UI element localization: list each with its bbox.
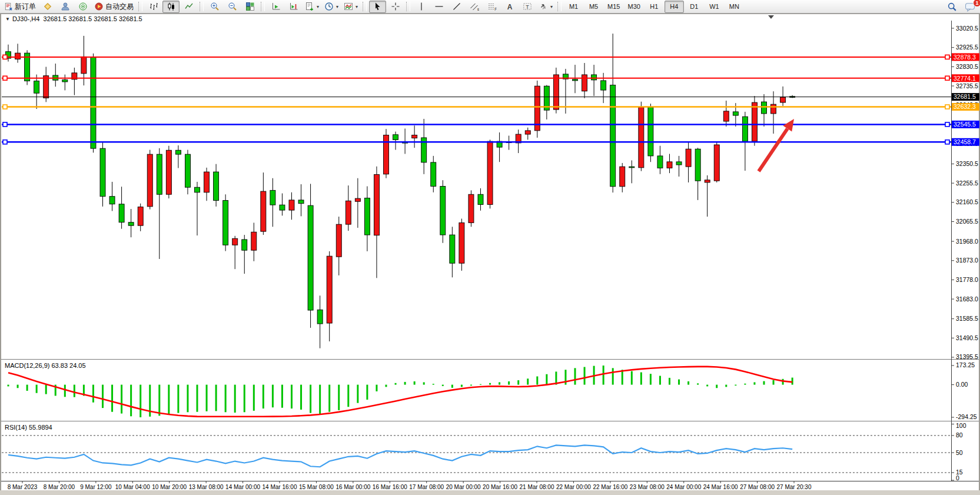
crosshair-icon [391, 2, 400, 11]
svg-text:32065.5: 32065.5 [956, 218, 978, 225]
candle [175, 150, 181, 154]
candle [742, 117, 748, 141]
new-chart-button[interactable] [303, 1, 321, 13]
candle [81, 57, 87, 74]
rsi-value: 55.9894 [29, 424, 52, 431]
timeframe-h1[interactable]: H1 [645, 1, 664, 13]
cursor-button[interactable] [369, 1, 386, 13]
candle [232, 238, 238, 245]
candle [270, 190, 275, 205]
svg-text:10 Mar 04:00: 10 Mar 04:00 [115, 484, 150, 490]
zoom-out-button[interactable] [224, 1, 241, 13]
svg-text:20 Mar 16:00: 20 Mar 16:00 [483, 484, 517, 490]
auto-scroll-button[interactable] [267, 1, 284, 13]
horizontal-line-button[interactable] [430, 1, 447, 13]
svg-text:31585.5: 31585.5 [956, 315, 978, 322]
candle [223, 201, 228, 245]
timeframe-m5[interactable]: M5 [584, 1, 603, 13]
svg-text:32255.5: 32255.5 [956, 180, 978, 187]
candle [733, 112, 738, 115]
search-button[interactable] [944, 1, 961, 13]
line-chart-button[interactable] [180, 1, 197, 13]
timeframe-h4[interactable]: H4 [665, 1, 684, 13]
new-order-button[interactable]: 新订单 [2, 1, 38, 13]
svg-text:173.25: 173.25 [956, 361, 975, 368]
svg-text:8 Mar 20:00: 8 Mar 20:00 [44, 484, 75, 490]
notification-count-badge: 1 [973, 0, 980, 7]
template-icon [344, 2, 353, 11]
candle [280, 205, 285, 210]
auto-trading-button[interactable]: 自动交易 [92, 1, 136, 13]
candle [109, 197, 115, 204]
accounts-button[interactable] [57, 1, 74, 13]
svg-text:22 Mar 00:00: 22 Mar 00:00 [556, 484, 591, 490]
tile-windows-button[interactable] [241, 1, 258, 13]
svg-text:14 Mar 16:00: 14 Mar 16:00 [263, 484, 297, 490]
shapes-button[interactable] [536, 1, 555, 13]
crosshair-button[interactable] [387, 1, 404, 13]
candle [780, 97, 786, 102]
new-order-label: 新订单 [15, 2, 36, 12]
text-button[interactable]: A [501, 1, 518, 13]
candle [364, 198, 370, 235]
timeframe-w1[interactable]: W1 [705, 1, 724, 13]
candle [469, 194, 474, 222]
candle [393, 135, 398, 140]
timeframe-mn[interactable]: MN [725, 1, 744, 13]
channel-button[interactable]: E [466, 1, 483, 13]
chart-shift-button[interactable] [285, 1, 302, 13]
svg-text:A: A [507, 3, 512, 11]
chart-shift-icon [289, 2, 298, 11]
timeframe-m1[interactable]: M1 [564, 1, 583, 13]
candle [138, 207, 143, 226]
price-label-32545.5: 32545.5 [952, 121, 979, 128]
svg-text:-294.25: -294.25 [956, 413, 977, 420]
candle [15, 53, 21, 59]
candle [157, 154, 162, 194]
zoom-in-button[interactable] [206, 1, 223, 13]
symbol-bar[interactable]: ▼DJ30-,H4 32681.5 32681.5 32681.5 32681.… [5, 15, 142, 22]
svg-text:32735.5: 32735.5 [956, 82, 978, 89]
text-label-button[interactable]: T [519, 1, 536, 13]
periods-button[interactable] [322, 1, 341, 13]
candle [431, 162, 436, 187]
chart-canvas[interactable]: 33020.532925.532830.532735.532640.532545… [0, 0, 980, 495]
trendline-button[interactable] [448, 1, 465, 13]
candle [705, 180, 710, 182]
candlestick-chart-button[interactable] [162, 1, 180, 13]
timeframe-m30[interactable]: M30 [624, 1, 643, 13]
timeframe-m15[interactable]: M15 [604, 1, 623, 13]
candle [592, 75, 597, 80]
rsi-indicator-label: RSI(14) 55.9894 [5, 424, 52, 431]
candle [695, 149, 700, 181]
svg-text:27 Mar 20:30: 27 Mar 20:30 [777, 484, 812, 490]
svg-text:10 Mar 20:00: 10 Mar 20:00 [152, 484, 187, 490]
svg-text:32160.5: 32160.5 [956, 198, 978, 205]
candle [195, 187, 200, 192]
candle [298, 200, 304, 204]
candle [487, 141, 493, 204]
candle [478, 194, 483, 204]
candle [657, 156, 663, 168]
notifications-button[interactable]: 1 [961, 1, 978, 13]
period-icon [324, 2, 334, 11]
svg-text:9 Mar 12:00: 9 Mar 12:00 [80, 484, 112, 490]
candle [289, 200, 294, 210]
candle [34, 81, 39, 94]
candle [147, 154, 152, 207]
candle [62, 80, 68, 82]
price-label-32632.3: 32632.3 [952, 103, 979, 111]
svg-text:24 Mar 00:00: 24 Mar 00:00 [666, 484, 701, 490]
bar-chart-button[interactable] [145, 1, 162, 13]
signals-button[interactable] [74, 1, 91, 13]
market-watch-button[interactable] [39, 1, 56, 13]
toolbar-separator [138, 2, 142, 11]
templates-button[interactable] [341, 1, 360, 13]
svg-text:31778.0: 31778.0 [956, 276, 978, 283]
svg-text:E: E [477, 8, 479, 11]
vertical-line-button[interactable] [413, 1, 430, 13]
expand-arrow-icon[interactable]: ▼ [5, 16, 10, 22]
timeframe-d1[interactable]: D1 [685, 1, 704, 13]
fibonacci-button[interactable]: F [483, 1, 500, 13]
price-label-32774.1: 32774.1 [952, 74, 979, 82]
